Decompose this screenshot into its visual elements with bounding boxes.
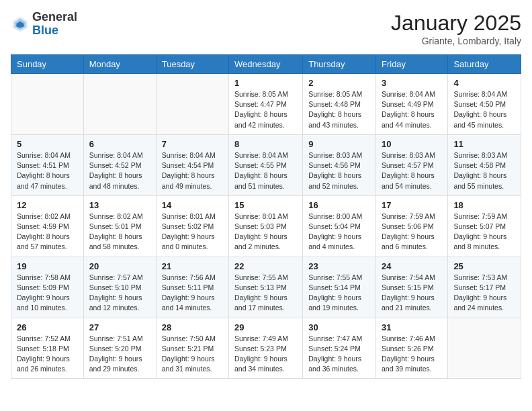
day-number: 24 xyxy=(382,261,442,271)
day-info: Sunrise: 8:04 AM Sunset: 4:51 PM Dayligh… xyxy=(17,150,78,191)
month-title: January 2025 xyxy=(391,11,521,36)
day-info: Sunrise: 7:46 AM Sunset: 5:26 PM Dayligh… xyxy=(382,334,442,375)
col-wednesday: Wednesday xyxy=(229,55,303,74)
calendar-cell: 8Sunrise: 8:04 AM Sunset: 4:55 PM Daylig… xyxy=(229,134,303,195)
day-number: 26 xyxy=(17,322,78,332)
day-number: 23 xyxy=(308,261,370,271)
calendar-cell: 24Sunrise: 7:54 AM Sunset: 5:15 PM Dayli… xyxy=(375,257,447,318)
calendar-week-4: 19Sunrise: 7:58 AM Sunset: 5:09 PM Dayli… xyxy=(11,257,521,318)
calendar-cell: 12Sunrise: 8:02 AM Sunset: 4:59 PM Dayli… xyxy=(11,195,84,257)
calendar-cell: 19Sunrise: 7:58 AM Sunset: 5:09 PM Dayli… xyxy=(11,257,84,318)
calendar-cell: 23Sunrise: 7:55 AM Sunset: 5:14 PM Dayli… xyxy=(303,257,376,318)
day-info: Sunrise: 8:04 AM Sunset: 4:49 PM Dayligh… xyxy=(382,89,442,130)
title-block: January 2025 Griante, Lombardy, Italy xyxy=(391,11,521,46)
day-number: 14 xyxy=(162,200,223,210)
logo-text: General Blue xyxy=(32,11,77,38)
calendar-cell: 27Sunrise: 7:51 AM Sunset: 5:20 PM Dayli… xyxy=(83,318,156,379)
day-info: Sunrise: 7:55 AM Sunset: 5:13 PM Dayligh… xyxy=(234,273,297,314)
day-info: Sunrise: 8:04 AM Sunset: 4:55 PM Dayligh… xyxy=(234,150,297,191)
day-number: 3 xyxy=(382,78,442,88)
day-info: Sunrise: 8:01 AM Sunset: 5:02 PM Dayligh… xyxy=(162,212,223,253)
day-info: Sunrise: 8:03 AM Sunset: 4:57 PM Dayligh… xyxy=(382,150,442,191)
location-subtitle: Griante, Lombardy, Italy xyxy=(391,36,521,46)
day-info: Sunrise: 8:03 AM Sunset: 4:58 PM Dayligh… xyxy=(453,150,515,191)
logo-blue: Blue xyxy=(32,24,58,37)
day-info: Sunrise: 8:02 AM Sunset: 4:59 PM Dayligh… xyxy=(17,212,78,253)
day-info: Sunrise: 8:05 AM Sunset: 4:48 PM Dayligh… xyxy=(308,89,370,130)
logo: General Blue xyxy=(11,11,77,38)
calendar-cell: 30Sunrise: 7:47 AM Sunset: 5:24 PM Dayli… xyxy=(303,318,376,379)
calendar-cell xyxy=(156,74,228,135)
calendar-cell xyxy=(448,318,521,379)
day-number: 30 xyxy=(308,322,370,332)
calendar-cell: 31Sunrise: 7:46 AM Sunset: 5:26 PM Dayli… xyxy=(375,318,447,379)
calendar-cell: 14Sunrise: 8:01 AM Sunset: 5:02 PM Dayli… xyxy=(156,195,228,257)
day-info: Sunrise: 8:04 AM Sunset: 4:54 PM Dayligh… xyxy=(162,150,223,191)
day-info: Sunrise: 8:04 AM Sunset: 4:52 PM Dayligh… xyxy=(89,150,150,191)
day-info: Sunrise: 8:02 AM Sunset: 5:01 PM Dayligh… xyxy=(89,212,150,253)
col-sunday: Sunday xyxy=(11,55,84,74)
day-info: Sunrise: 7:52 AM Sunset: 5:18 PM Dayligh… xyxy=(17,334,78,375)
calendar-cell: 25Sunrise: 7:53 AM Sunset: 5:17 PM Dayli… xyxy=(448,257,521,318)
day-info: Sunrise: 7:55 AM Sunset: 5:14 PM Dayligh… xyxy=(308,273,370,314)
calendar-header-row: Sunday Monday Tuesday Wednesday Thursday… xyxy=(11,55,521,74)
day-number: 6 xyxy=(89,139,150,149)
day-info: Sunrise: 8:04 AM Sunset: 4:50 PM Dayligh… xyxy=(453,89,515,130)
day-number: 22 xyxy=(234,261,297,271)
day-number: 2 xyxy=(308,78,370,88)
calendar-cell: 15Sunrise: 8:01 AM Sunset: 5:03 PM Dayli… xyxy=(229,195,303,257)
day-info: Sunrise: 7:58 AM Sunset: 5:09 PM Dayligh… xyxy=(17,273,78,314)
calendar-cell xyxy=(83,74,156,135)
day-info: Sunrise: 7:57 AM Sunset: 5:10 PM Dayligh… xyxy=(89,273,150,314)
calendar-week-3: 12Sunrise: 8:02 AM Sunset: 4:59 PM Dayli… xyxy=(11,195,521,257)
calendar-cell: 9Sunrise: 8:03 AM Sunset: 4:56 PM Daylig… xyxy=(303,134,376,195)
day-number: 7 xyxy=(162,139,223,149)
day-info: Sunrise: 7:59 AM Sunset: 5:07 PM Dayligh… xyxy=(453,212,515,253)
calendar-cell: 17Sunrise: 7:59 AM Sunset: 5:06 PM Dayli… xyxy=(375,195,447,257)
calendar-cell: 21Sunrise: 7:56 AM Sunset: 5:11 PM Dayli… xyxy=(156,257,228,318)
calendar-cell: 18Sunrise: 7:59 AM Sunset: 5:07 PM Dayli… xyxy=(448,195,521,257)
day-number: 18 xyxy=(453,200,515,210)
day-number: 25 xyxy=(453,261,515,271)
calendar-table: Sunday Monday Tuesday Wednesday Thursday… xyxy=(11,54,521,379)
col-saturday: Saturday xyxy=(448,55,521,74)
day-info: Sunrise: 7:59 AM Sunset: 5:06 PM Dayligh… xyxy=(382,212,442,253)
day-number: 27 xyxy=(89,322,150,332)
calendar-cell: 3Sunrise: 8:04 AM Sunset: 4:49 PM Daylig… xyxy=(375,74,447,135)
day-number: 17 xyxy=(382,200,442,210)
calendar-cell: 4Sunrise: 8:04 AM Sunset: 4:50 PM Daylig… xyxy=(448,74,521,135)
day-info: Sunrise: 7:53 AM Sunset: 5:17 PM Dayligh… xyxy=(453,273,515,314)
calendar-cell: 22Sunrise: 7:55 AM Sunset: 5:13 PM Dayli… xyxy=(229,257,303,318)
logo-icon xyxy=(11,15,30,34)
day-number: 12 xyxy=(17,200,78,210)
day-number: 1 xyxy=(234,78,297,88)
calendar-cell: 7Sunrise: 8:04 AM Sunset: 4:54 PM Daylig… xyxy=(156,134,228,195)
day-number: 4 xyxy=(453,78,515,88)
calendar-cell: 28Sunrise: 7:50 AM Sunset: 5:21 PM Dayli… xyxy=(156,318,228,379)
day-info: Sunrise: 8:00 AM Sunset: 5:04 PM Dayligh… xyxy=(308,212,370,253)
day-info: Sunrise: 8:03 AM Sunset: 4:56 PM Dayligh… xyxy=(308,150,370,191)
day-number: 31 xyxy=(382,322,442,332)
page-header: General Blue January 2025 Griante, Lomba… xyxy=(11,11,521,46)
calendar-cell: 26Sunrise: 7:52 AM Sunset: 5:18 PM Dayli… xyxy=(11,318,84,379)
day-info: Sunrise: 7:47 AM Sunset: 5:24 PM Dayligh… xyxy=(308,334,370,375)
day-info: Sunrise: 7:56 AM Sunset: 5:11 PM Dayligh… xyxy=(162,273,223,314)
calendar-cell: 2Sunrise: 8:05 AM Sunset: 4:48 PM Daylig… xyxy=(303,74,376,135)
day-info: Sunrise: 8:05 AM Sunset: 4:47 PM Dayligh… xyxy=(234,89,297,130)
day-number: 19 xyxy=(17,261,78,271)
day-number: 16 xyxy=(308,200,370,210)
day-info: Sunrise: 8:01 AM Sunset: 5:03 PM Dayligh… xyxy=(234,212,297,253)
calendar-cell: 10Sunrise: 8:03 AM Sunset: 4:57 PM Dayli… xyxy=(375,134,447,195)
calendar-cell: 29Sunrise: 7:49 AM Sunset: 5:23 PM Dayli… xyxy=(229,318,303,379)
day-number: 13 xyxy=(89,200,150,210)
day-number: 10 xyxy=(382,139,442,149)
day-info: Sunrise: 7:54 AM Sunset: 5:15 PM Dayligh… xyxy=(382,273,442,314)
col-thursday: Thursday xyxy=(303,55,376,74)
day-number: 28 xyxy=(162,322,223,332)
day-number: 8 xyxy=(234,139,297,149)
day-number: 5 xyxy=(17,139,78,149)
day-number: 20 xyxy=(89,261,150,271)
calendar-cell xyxy=(11,74,84,135)
col-monday: Monday xyxy=(83,55,156,74)
calendar-cell: 16Sunrise: 8:00 AM Sunset: 5:04 PM Dayli… xyxy=(303,195,376,257)
